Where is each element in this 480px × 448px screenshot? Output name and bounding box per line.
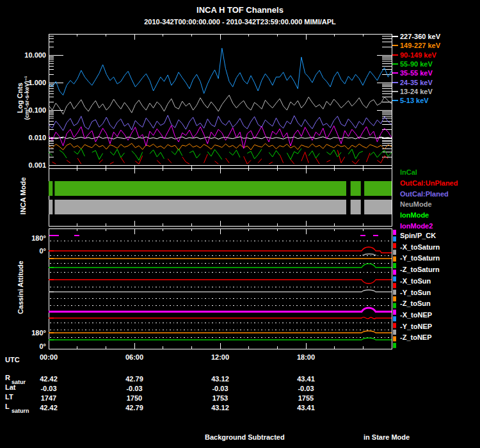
series-24-35-keV [49, 115, 392, 131]
ion-mode-bar [49, 181, 52, 196]
legend-item-149-227-keV: 149-227 keV [400, 42, 440, 49]
table-cell-R-2: 43.12 [195, 375, 246, 383]
mode-legend-item-InCal: InCal [400, 168, 417, 176]
ion-mode-bar [364, 181, 392, 196]
plot-subtitle-timerange: 2010-342T00:00:00.000 - 2010-342T23:59:0… [0, 18, 480, 26]
neu-mode-bar [54, 200, 346, 214]
attitude-line--Z-toNEP [49, 338, 392, 340]
neu-mode-bar [351, 200, 361, 214]
mode-panel-label: INCA Mode [19, 157, 27, 234]
legend-item-13-24-keV: 13-24 keV [400, 88, 433, 95]
tof-ytick-0.100: 0.100 [12, 106, 46, 114]
legend-item-35-55-keV: 35-55 keV [400, 69, 433, 77]
attitude-line--X-toSun [49, 280, 392, 284]
inca-mode-panel [49, 168, 392, 226]
series-55-90-keV [49, 148, 392, 160]
table-cell-R-3: 43.41 [280, 375, 332, 383]
attitude-right-label--X-toSun: -X_toSun [400, 277, 431, 285]
attitude-line--Z-toSun [49, 308, 392, 312]
utc-tick-12-00: 12:00 [201, 353, 239, 361]
neu-mode-bar [364, 200, 392, 214]
attitude-ytick-520: 180° [19, 329, 46, 337]
tof-ytick-0.010: 0.010 [12, 134, 46, 141]
attitude-ytick-372: 180° [19, 234, 46, 242]
inca-tof-plot-screen: INCA H TOF Channels 2010-342T00:00:00.00… [0, 0, 480, 448]
utc-axis-label: UTC [5, 356, 20, 364]
footer-note-background-subtracted: Background Subtracted [205, 433, 285, 441]
legend-item-55-90-keV: 55-90 keV [400, 60, 433, 68]
ion-mode-bar [351, 181, 361, 196]
page-title: INCA H TOF Channels [0, 5, 480, 15]
series-5-13-keV [49, 48, 392, 95]
mode-legend-item-NeuMode: NeuMode [400, 200, 432, 208]
utc-tick-00-00: 00:00 [29, 353, 68, 361]
attitude-line--Y-toSun [49, 290, 392, 292]
attitude-right-label--Z-toSun: -Z_toSun [400, 300, 431, 307]
attitude-line--Y-toNEP [49, 331, 392, 333]
series-13-24-keV [49, 95, 392, 115]
legend-item-24-35-keV: 24-35 keV [400, 79, 433, 86]
tof-ytick-10.000: 10.000 [12, 51, 46, 59]
attitude-right-label--Y-toNEP: -Y_toNEP [400, 323, 432, 330]
attitude-right-label--X-toSaturn: -X_toSaturn [400, 243, 440, 251]
table-row-label-R: R [5, 374, 10, 381]
attitude-right-label-Spin-P-CK: Spin/P_CK [400, 232, 436, 239]
series-227-360-keV [49, 137, 392, 140]
table-cell-Lat-3: -0.03 [280, 385, 332, 392]
tof-panel [49, 34, 398, 172]
legend-item-90-149-keV: 90-149 keV [400, 51, 436, 59]
mode-legend-item-OutCal-UnPlaned: OutCal:UnPlaned [400, 179, 458, 187]
table-cell-L-0: 42.42 [23, 404, 74, 412]
attitude-ytick-541: 0° [19, 342, 46, 350]
neu-mode-bar [49, 200, 52, 214]
table-row-label-Lat: Lat [5, 383, 16, 391]
table-cell-L-2: 43.12 [195, 404, 246, 412]
table-cell-LT-2: 1753 [195, 394, 246, 402]
table-row-label-L: L [5, 403, 10, 410]
table-cell-Lat-2: -0.03 [195, 385, 246, 392]
attitude-right-label--Y-toSaturn: -Y_toSaturn [400, 254, 440, 262]
tof-ytick-0.001: 0.001 [12, 161, 46, 169]
attitude-ytick-392: 0° [19, 247, 46, 255]
mode-legend-item-OutCal-Planed: OutCal:Planed [400, 190, 449, 198]
table-cell-Lat-1: -0.03 [109, 385, 160, 392]
table-cell-R-1: 42.79 [109, 375, 160, 383]
attitude-right-label--Z-toNEP: -Z_toNEP [400, 333, 432, 341]
attitude-right-label--Y-toSun: -Y_toSun [400, 289, 431, 296]
utc-tick-06-00: 06:00 [115, 353, 154, 361]
table-cell-LT-0: 1747 [23, 394, 74, 402]
table-cell-LT-1: 1750 [109, 394, 160, 402]
table-cell-Lat-0: -0.03 [23, 385, 74, 392]
table-cell-L-1: 42.79 [109, 404, 160, 412]
utc-tick-18-00: 18:00 [287, 353, 325, 361]
attitude-line--X-toSaturn [49, 247, 392, 253]
attitude-right-label--X-toNEP: -X_toNEP [400, 311, 432, 319]
series-149-227-keV [49, 143, 392, 150]
attitude-panel [49, 228, 396, 349]
footer-note-stare-mode: in Stare Mode [364, 433, 410, 441]
legend-item-5-13-keV: 5-13 keV [400, 97, 429, 104]
legend-item-227-360-keV: 227-360 keV [400, 33, 440, 40]
mode-legend-item-IonMode: IonMode [400, 211, 429, 219]
table-cell-L-3: 43.41 [280, 404, 332, 412]
table-cell-R-0: 42.42 [23, 375, 74, 383]
tof-ytick-1.000: 1.000 [12, 79, 46, 86]
table-cell-LT-3: 1755 [280, 394, 332, 402]
table-row-label-LT: LT [5, 393, 13, 401]
ion-mode-bar [54, 181, 346, 196]
attitude-line--X-toNEP [49, 317, 392, 319]
attitude-line--Z-toSaturn [49, 264, 392, 268]
mode-legend-item-IonMode2: IonMode2 [400, 222, 433, 230]
attitude-right-label--Z-toSaturn: -Z_toSaturn [400, 266, 440, 273]
